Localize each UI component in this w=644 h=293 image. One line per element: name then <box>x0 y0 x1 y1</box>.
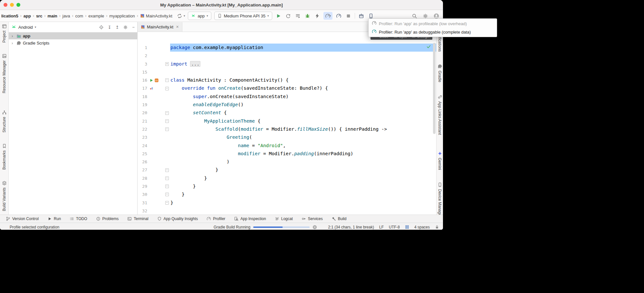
code-line[interactable]: 25 modifier = Modifier.padding(innerPadd… <box>138 150 436 158</box>
code-text[interactable]: } <box>170 182 436 190</box>
code-line[interactable]: 2 <box>138 52 436 60</box>
code-line[interactable]: 1package com.example.myapplication <box>138 44 436 52</box>
tool-window-button-project[interactable]: Project <box>2 24 7 43</box>
code-text[interactable]: modifier = Modifier.padding(innerPadding… <box>170 150 436 158</box>
code-line[interactable]: 32 <box>138 207 436 215</box>
tool-window-button-bookmarks[interactable]: Bookmarks <box>2 144 7 170</box>
line-number[interactable]: 2 <box>138 52 147 60</box>
code-line[interactable]: 21− MyApplicationTheme { <box>138 117 436 125</box>
breadcrumb-src[interactable]: src <box>35 13 43 19</box>
code-line[interactable]: 30− } <box>138 190 436 198</box>
caret-position[interactable]: 2:1 (34 chars, 1 line break) <box>328 225 374 229</box>
tree-item-gradle-scripts[interactable]: ›Gradle Scripts <box>9 39 137 46</box>
code-text[interactable] <box>170 68 436 76</box>
code-text[interactable]: setContent { <box>170 109 436 117</box>
breadcrumb-example[interactable]: example <box>88 13 105 19</box>
fold-marker-icon[interactable]: − <box>165 127 169 131</box>
fold-marker-icon[interactable]: − <box>165 78 169 82</box>
line-number[interactable]: 21 <box>138 117 147 125</box>
tool-window-button-structure[interactable]: Structure <box>2 110 7 133</box>
line-number[interactable]: 28 <box>138 174 147 182</box>
profiler-button[interactable]: ▾ <box>323 12 333 20</box>
tool-window-button-gradle[interactable]: Gradle <box>437 64 442 82</box>
chevron-down-icon[interactable]: ▾ <box>184 14 185 17</box>
fold-marker-icon[interactable]: + <box>165 62 169 66</box>
code-text[interactable]: enableEdgeToEdge() <box>170 101 436 109</box>
line-number[interactable]: 19 <box>138 101 147 109</box>
editor-scrollbar[interactable] <box>433 43 436 134</box>
code-text[interactable]: override fun onCreate(savedInstanceState… <box>170 84 436 92</box>
fold-marker-icon[interactable]: − <box>165 193 169 196</box>
fold-marker-icon[interactable]: − <box>165 185 169 188</box>
tree-item-app[interactable]: ›app <box>9 32 137 39</box>
sdk-manager-button[interactable] <box>358 13 365 19</box>
line-number[interactable]: 20 <box>138 109 147 117</box>
code-text[interactable] <box>170 207 436 215</box>
tool-window-button-todo[interactable]: TODO <box>70 217 87 221</box>
chevron-down-icon[interactable]: ▾ <box>35 25 36 29</box>
code-line[interactable]: 23 Greeting( <box>138 133 436 141</box>
code-text[interactable]: import ... <box>170 60 436 68</box>
tab-mainactivity[interactable]: MainActivity.kt ✕ <box>138 22 182 32</box>
attach-profiler-button[interactable] <box>335 13 342 19</box>
code-text[interactable]: super.onCreate(savedInstanceState) <box>170 93 436 101</box>
code-line[interactable]: 29− } <box>138 182 436 190</box>
breadcrumb-app[interactable]: app <box>23 13 32 19</box>
sync-dropdown-icon[interactable] <box>177 13 182 19</box>
code-line[interactable]: 20− setContent { <box>138 109 436 117</box>
tool-window-button-app-quality-insights[interactable]: App Quality Insights <box>157 217 198 221</box>
tool-window-button-device-manager[interactable]: Device Manager <box>437 182 442 217</box>
run-config-selector[interactable]: app ▾ <box>188 12 211 20</box>
line-number[interactable]: 23 <box>138 133 147 141</box>
apply-changes-button[interactable] <box>314 13 321 19</box>
code-text[interactable]: ) <box>170 158 436 166</box>
line-number[interactable]: 25 <box>138 150 147 158</box>
line-number[interactable]: 1 <box>138 44 147 52</box>
override-method-icon[interactable] <box>149 86 154 91</box>
breadcrumb-com[interactable]: com <box>75 13 84 19</box>
breadcrumb-mainactivity-kt[interactable]: MainActivity.kt <box>139 13 173 19</box>
compose-gutter-icon[interactable]: <> <box>154 78 159 83</box>
breadcrumb-java[interactable]: java <box>62 13 71 19</box>
code-text[interactable]: } <box>170 190 436 198</box>
code-text[interactable]: name = "Android", <box>170 142 436 150</box>
indent-size[interactable]: 4 spaces <box>414 225 430 229</box>
tool-window-button-build[interactable]: Build <box>332 217 347 221</box>
breadcrumb-lication5[interactable]: lication5 <box>1 13 19 19</box>
code-line[interactable]: 31−} <box>138 199 436 207</box>
fold-marker-icon[interactable]: − <box>165 168 169 172</box>
line-number[interactable]: 27 <box>138 166 147 174</box>
code-line[interactable]: 22− Scaffold(modifier = Modifier.fillMax… <box>138 125 436 133</box>
tool-window-button-resource-manager[interactable]: Resource Manager <box>2 54 7 93</box>
tool-window-button-terminal[interactable]: Terminal <box>127 217 148 221</box>
device-selector[interactable]: Medium Phone API 35 ▾ <box>214 12 272 20</box>
code-line[interactable]: 24 name = "Android", <box>138 142 436 150</box>
tool-window-button-run[interactable]: Run <box>47 217 61 221</box>
code-line[interactable]: 18 super.onCreate(savedInstanceState) <box>138 93 436 101</box>
line-number[interactable]: 16 <box>138 76 147 84</box>
code-line[interactable]: 3+import ... <box>138 60 436 68</box>
popup-item-profiler-run-app-as-profile[interactable]: Profiler: Run 'app' as profileable (low … <box>369 19 497 28</box>
popup-item-profiler-run-app-as-debugga[interactable]: Profiler: Run 'app' as debuggable (compl… <box>369 28 497 36</box>
line-number[interactable]: 17 <box>138 84 147 92</box>
line-number[interactable]: 32 <box>138 207 147 215</box>
line-number[interactable]: 24 <box>138 142 147 150</box>
code-line[interactable]: 27− } <box>138 166 436 174</box>
code-text[interactable]: } <box>170 174 436 182</box>
tool-window-button-problems[interactable]: Problems <box>96 217 119 221</box>
debug-button[interactable] <box>304 13 311 19</box>
tool-window-button-app-links-assistant[interactable]: App Links Assistant <box>437 95 442 135</box>
panel-settings-icon[interactable] <box>123 25 128 30</box>
code-line[interactable]: 26 ) <box>138 158 436 166</box>
line-number[interactable]: 26 <box>138 158 147 166</box>
breadcrumb-myapplication[interactable]: myapplication <box>109 13 136 19</box>
fold-marker-icon[interactable]: − <box>165 87 169 90</box>
line-number[interactable]: 30 <box>138 190 147 198</box>
cancel-build-icon[interactable] <box>312 225 317 229</box>
line-number[interactable]: 31 <box>138 199 147 207</box>
tool-window-button-gemini[interactable]: Gemini <box>437 151 442 170</box>
locate-file-icon[interactable] <box>99 25 104 30</box>
expand-all-icon[interactable]: ↥ <box>116 25 119 29</box>
tool-window-button-services[interactable]: Services <box>302 217 323 221</box>
tool-window-button-logcat[interactable]: Logcat <box>275 217 293 221</box>
